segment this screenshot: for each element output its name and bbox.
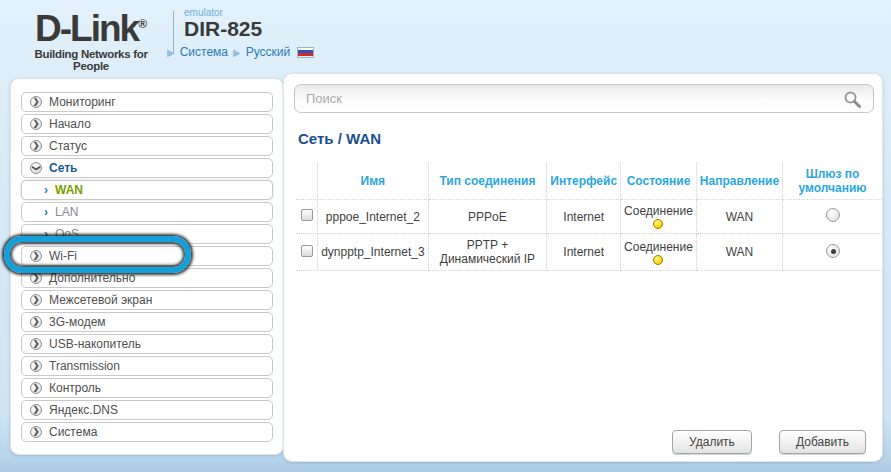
delete-button[interactable]: Удалить bbox=[672, 430, 752, 454]
table-header-row: ИмяТип соединенияИнтерфейсСостояниеНапра… bbox=[296, 163, 882, 200]
chevron-glyph: ❯ bbox=[33, 340, 40, 348]
header-links: ▶ Система ▶ Русский bbox=[167, 45, 314, 59]
sidebar-item-label: Wi-Fi bbox=[49, 249, 77, 263]
chevron-glyph: ❯ bbox=[33, 120, 40, 128]
chevron-right-circle-icon: ❯ bbox=[30, 382, 42, 394]
chevron-glyph: ❯ bbox=[33, 274, 40, 282]
flag-stripe bbox=[298, 53, 313, 56]
interface-cell: Internet bbox=[547, 200, 621, 234]
russian-flag-icon[interactable] bbox=[297, 47, 314, 58]
sidebar-item-qos[interactable]: ›QoS bbox=[21, 224, 273, 244]
sidebar-item-label: Яндекс.DNS bbox=[49, 403, 118, 417]
dlink-logo-text: D-Link® bbox=[16, 5, 166, 48]
chevron-right-circle-icon: ❯ bbox=[30, 338, 42, 350]
state-cell: Соединение bbox=[621, 234, 697, 271]
sidebar: ❯Мониторинг❯Начало❯Статус❯Сеть›WAN›LAN›Q… bbox=[10, 78, 284, 455]
search-input[interactable] bbox=[294, 84, 874, 113]
sidebar-item-label: WAN bbox=[55, 183, 83, 197]
chevron-glyph: ❯ bbox=[33, 142, 40, 150]
state-cell: Соединение bbox=[621, 200, 697, 234]
arrow-icon: ▶ bbox=[233, 47, 241, 58]
sidebar-item-lan[interactable]: ›LAN bbox=[21, 202, 273, 222]
status-yellow-dot-icon bbox=[653, 255, 663, 265]
connection-type: PPPoE bbox=[428, 200, 547, 234]
column-header-6: Шлюз по умолчанию bbox=[783, 163, 882, 200]
sidebar-item-wan[interactable]: ›WAN bbox=[21, 180, 273, 200]
add-button[interactable]: Добавить bbox=[779, 430, 866, 454]
sidebar-item-label: USB-накопитель bbox=[49, 337, 141, 351]
chevron-right-circle-icon: ❯ bbox=[30, 140, 42, 152]
sidebar-item-label: Статус bbox=[49, 139, 87, 153]
chevron-right-circle-icon: ❯ bbox=[30, 294, 42, 306]
sidebar-item-3g-modem[interactable]: ❯3G-модем bbox=[21, 312, 273, 332]
column-header-5: Направление bbox=[696, 163, 782, 200]
sidebar-item-system[interactable]: ❯Система bbox=[21, 422, 273, 442]
default-gateway-radio[interactable] bbox=[826, 208, 840, 222]
chevron-right-icon: › bbox=[44, 228, 48, 240]
column-header-0 bbox=[296, 163, 318, 200]
gateway-cell bbox=[783, 200, 882, 234]
row-checkbox[interactable] bbox=[301, 209, 313, 221]
direction-cell: WAN bbox=[696, 234, 782, 271]
chevron-right-circle-icon: ❯ bbox=[30, 426, 42, 438]
row-checkbox[interactable] bbox=[301, 245, 313, 257]
connection-name: pppoe_Internet_2 bbox=[318, 200, 428, 234]
sidebar-item-firewall[interactable]: ❯Межсетевой экран bbox=[21, 290, 273, 310]
chevron-glyph: ❯ bbox=[33, 428, 40, 436]
logo-tagline: Building Networks for People bbox=[16, 48, 166, 72]
sidebar-item-label: QoS bbox=[55, 227, 79, 241]
chevron-right-circle-icon: ❯ bbox=[30, 96, 42, 108]
sidebar-item-status[interactable]: ❯Статус bbox=[21, 136, 273, 156]
chevron-glyph: ❯ bbox=[33, 296, 40, 304]
registered-mark-icon: ® bbox=[138, 17, 147, 31]
state-label: Соединение bbox=[624, 204, 693, 218]
chevron-glyph: ❯ bbox=[33, 318, 40, 326]
chevron-glyph: ❯ bbox=[32, 165, 40, 172]
logo-wordmark: D-Link bbox=[35, 8, 138, 49]
sidebar-item-label: Контроль bbox=[49, 381, 101, 395]
sidebar-item-yandex-dns[interactable]: ❯Яндекс.DNS bbox=[21, 400, 273, 420]
interface-cell: Internet bbox=[547, 234, 621, 271]
sidebar-item-start[interactable]: ❯Начало bbox=[21, 114, 273, 134]
column-header-4: Состояние bbox=[621, 163, 697, 200]
sidebar-item-usb-storage[interactable]: ❯USB-накопитель bbox=[21, 334, 273, 354]
chevron-glyph: ❯ bbox=[33, 252, 40, 260]
sidebar-item-monitoring[interactable]: ❯Мониторинг bbox=[21, 92, 273, 112]
state-label: Соединение bbox=[624, 240, 693, 254]
wan-connections-table: ИмяТип соединенияИнтерфейсСостояниеНапра… bbox=[296, 163, 882, 271]
chevron-glyph: ❯ bbox=[33, 384, 40, 392]
sidebar-item-network[interactable]: ❯Сеть bbox=[21, 158, 273, 178]
sidebar-item-wifi[interactable]: ❯Wi-Fi bbox=[21, 246, 273, 266]
chevron-right-circle-icon: ❯ bbox=[30, 316, 42, 328]
model-block: emulator DIR-825 bbox=[184, 7, 262, 40]
status-yellow-dot-icon bbox=[653, 219, 663, 229]
chevron-right-circle-icon: ❯ bbox=[30, 360, 42, 372]
language-link[interactable]: Русский bbox=[246, 45, 291, 59]
sidebar-item-control[interactable]: ❯Контроль bbox=[21, 378, 273, 398]
chevron-glyph: ❯ bbox=[33, 406, 40, 414]
chevron-down-circle-icon: ❯ bbox=[30, 162, 42, 174]
sidebar-item-label: Начало bbox=[49, 117, 91, 131]
chevron-right-circle-icon: ❯ bbox=[30, 272, 42, 284]
main-panel: Сеть / WAN ИмяТип соединенияИнтерфейсСос… bbox=[283, 73, 883, 462]
sidebar-item-label: Дополнительно bbox=[49, 271, 135, 285]
sidebar-item-label: Мониторинг bbox=[49, 95, 116, 109]
column-header-2: Тип соединения bbox=[428, 163, 547, 200]
sidebar-item-label: Transmission bbox=[49, 359, 120, 373]
column-header-3: Интерфейс bbox=[547, 163, 621, 200]
table-row: pppoe_Internet_2PPPoEInternetСоединениеW… bbox=[296, 200, 882, 234]
sidebar-item-advanced[interactable]: ❯Дополнительно bbox=[21, 268, 273, 288]
sidebar-menu: ❯Мониторинг❯Начало❯Статус❯Сеть›WAN›LAN›Q… bbox=[20, 92, 274, 442]
sidebar-item-transmission[interactable]: ❯Transmission bbox=[21, 356, 273, 376]
column-header-1: Имя bbox=[318, 163, 428, 200]
default-gateway-radio[interactable] bbox=[826, 244, 840, 258]
chevron-right-circle-icon: ❯ bbox=[30, 250, 42, 262]
chevron-right-icon: › bbox=[44, 206, 48, 218]
sidebar-item-label: Система bbox=[49, 425, 97, 439]
model-name: DIR-825 bbox=[184, 18, 262, 40]
chevron-right-circle-icon: ❯ bbox=[30, 118, 42, 130]
system-link[interactable]: Система bbox=[180, 45, 228, 59]
connection-type: PPTP + Динамический IP bbox=[428, 234, 547, 271]
header: D-Link® Building Networks for People emu… bbox=[0, 0, 891, 73]
arrow-icon: ▶ bbox=[167, 47, 175, 58]
